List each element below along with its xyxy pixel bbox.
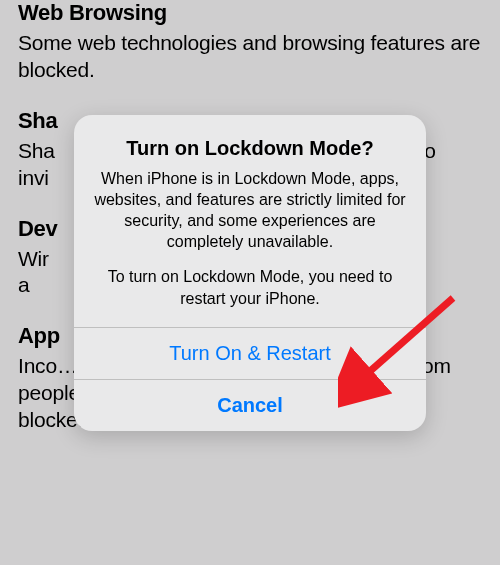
modal-overlay: Turn on Lockdown Mode? When iPhone is in… xyxy=(0,0,500,565)
alert-content: Turn on Lockdown Mode? When iPhone is in… xyxy=(74,115,426,327)
alert-title: Turn on Lockdown Mode? xyxy=(92,137,408,160)
alert-paragraph-1: When iPhone is in Lockdown Mode, apps, w… xyxy=(92,168,408,252)
alert-paragraph-2: To turn on Lockdown Mode, you need to re… xyxy=(92,266,408,308)
cancel-button[interactable]: Cancel xyxy=(74,379,426,431)
lockdown-alert: Turn on Lockdown Mode? When iPhone is in… xyxy=(74,115,426,431)
turn-on-restart-button[interactable]: Turn On & Restart xyxy=(74,327,426,379)
alert-body: When iPhone is in Lockdown Mode, apps, w… xyxy=(92,168,408,309)
